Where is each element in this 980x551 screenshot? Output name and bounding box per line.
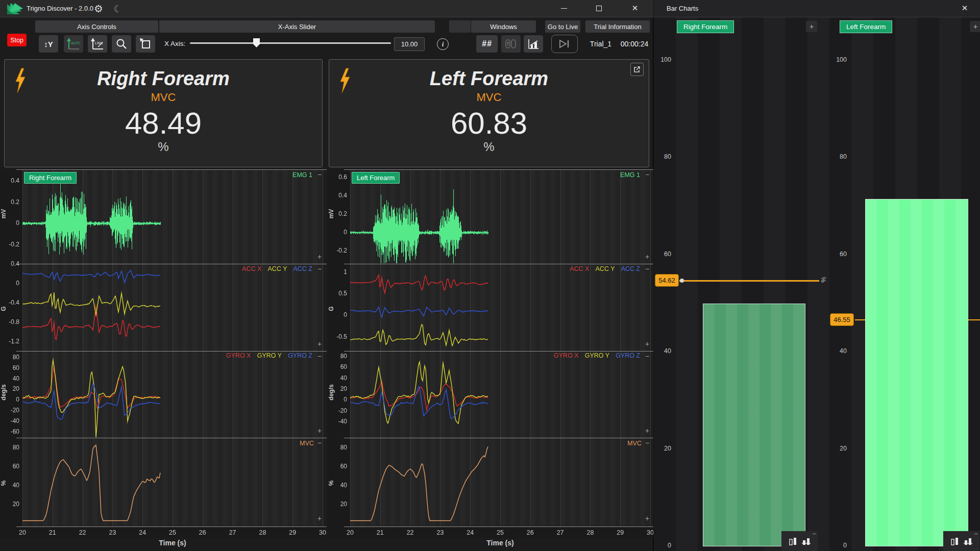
y-axis-unit: deg/s: [0, 384, 7, 400]
hash-icon: ##: [482, 39, 492, 48]
region-select-icon: [139, 38, 152, 50]
collapse-row-button[interactable]: −: [644, 266, 651, 273]
bar-chart-icon: [527, 38, 540, 49]
x-axis-slider-track[interactable]: [190, 42, 391, 44]
y-axis-unit: %: [0, 481, 7, 486]
bar-axis-tick: 20: [831, 445, 847, 452]
bar-axis-tick: 100: [831, 56, 847, 63]
trial-name: Trial_1: [585, 40, 617, 48]
magnifier-icon: [116, 38, 127, 49]
region-select-button[interactable]: [136, 35, 155, 53]
mvc-panel-title: Left Forearm: [329, 68, 649, 90]
mvc-metric-label: MVC: [329, 91, 649, 104]
dark-mode-moon-icon[interactable]: ☾: [110, 2, 126, 16]
collapse-row-button[interactable]: −: [316, 440, 323, 447]
skip-to-end-icon: [558, 39, 571, 48]
maximize-button[interactable]: [587, 0, 610, 16]
add-chart-button[interactable]: +: [970, 21, 980, 32]
legend-acc: ACC XACC YACC Z: [537, 265, 640, 272]
mvc-panel-title: Right Forearm: [5, 68, 322, 90]
collapse-row-button[interactable]: −: [316, 266, 323, 273]
tab-trial-information[interactable]: Trial Information: [585, 20, 650, 33]
bar-axis-tick: 60: [831, 251, 847, 258]
collapse-row-button[interactable]: −: [316, 171, 323, 179]
window-title: Trigno Discover - 2.0.0: [27, 5, 93, 12]
collapse-row-button[interactable]: −: [644, 171, 651, 179]
bar-charts-title-bar: Bar Charts ✕: [654, 0, 980, 17]
x-axis-value-field[interactable]: 10.00: [394, 37, 425, 51]
close-bar-charts-button[interactable]: ✕: [959, 4, 971, 14]
popout-button[interactable]: [630, 63, 644, 76]
mvc-panel-right-forearm: Right Forearm MVC 48.49 %: [4, 59, 323, 167]
collapse-row-button[interactable]: −: [316, 353, 323, 360]
muscle-map-button[interactable]: [501, 35, 521, 53]
link-axes-icon: LINK: [91, 38, 104, 50]
expand-row-button[interactable]: +: [316, 341, 323, 348]
tab-windows[interactable]: Windows: [471, 20, 536, 33]
legend-acc: ACC XACC YACC Z: [209, 265, 312, 272]
y-axis-unit: mV: [0, 209, 7, 219]
trigno-discover-window: Trigno Discover - 2.0.0 ⚙ ☾ ✕ Axis Contr…: [0, 0, 653, 551]
tab-go-to-live[interactable]: Go to Live: [545, 20, 580, 33]
legend-mvc: MVC: [583, 440, 642, 447]
expand-row-button[interactable]: +: [316, 428, 323, 435]
threshold-value-badge[interactable]: 46.55: [830, 313, 854, 326]
bar-left-forearm: [865, 199, 968, 546]
y-axis-unit: %: [328, 481, 335, 486]
filled-bar-chart-button[interactable]: [963, 537, 973, 545]
collapse-row-button[interactable]: −: [644, 440, 651, 447]
bar-charts-window: Bar Charts ✕ Right Forearm + 10080604020…: [654, 0, 980, 551]
mvc-panel-left-forearm: Left Forearm MVC 60.83 %: [329, 59, 649, 167]
expand-row-button[interactable]: +: [316, 254, 323, 261]
x-axis-title: Time (s): [350, 539, 650, 547]
y-scale-button[interactable]: ↕Y: [39, 35, 58, 53]
lightning-bolt-icon: [13, 68, 28, 93]
tab-x-axis-slider[interactable]: X-Axis Slider: [159, 20, 435, 33]
tab-axis-controls[interactable]: Axis Controls: [35, 20, 158, 33]
expand-row-button[interactable]: +: [316, 515, 323, 522]
sensor-badge: Right Forearm: [24, 172, 77, 184]
y-scale-icon: ↕Y: [44, 40, 53, 48]
title-bar: Trigno Discover - 2.0.0 ⚙ ☾ ✕: [0, 0, 653, 17]
mvc-value: 48.49: [5, 108, 322, 139]
outline-bar-chart-button[interactable]: [950, 537, 959, 545]
toggle-values-button[interactable]: ##: [476, 35, 498, 53]
expand-row-button[interactable]: +: [644, 341, 651, 348]
expand-row-button[interactable]: +: [644, 254, 651, 261]
bar-charts-window-title: Bar Charts: [667, 5, 698, 12]
skip-to-end-button[interactable]: [551, 35, 578, 53]
collapse-row-button[interactable]: −: [644, 353, 651, 360]
bar-chart-badge: Left Forearm: [840, 20, 892, 33]
stop-button[interactable]: Stop: [7, 34, 27, 46]
expand-row-button[interactable]: +: [644, 428, 651, 435]
link-axes-button[interactable]: LINK: [88, 35, 107, 53]
expand-row-button[interactable]: +: [644, 515, 651, 522]
y-axis-unit: mV: [328, 209, 335, 219]
x-axis-title: Time (s): [22, 539, 323, 547]
mvc-value: 60.83: [329, 108, 649, 139]
settings-gear-icon[interactable]: ⚙: [91, 2, 106, 16]
x-axis-slider-thumb[interactable]: [253, 38, 260, 47]
minimize-button[interactable]: [553, 0, 575, 16]
collapse-chart-button[interactable]: −: [974, 530, 978, 538]
y-axis-unit: G: [328, 306, 335, 311]
app-root: Trigno Discover - 2.0.0 ⚙ ☾ ✕ Axis Contr…: [0, 0, 980, 551]
zoom-button[interactable]: [112, 35, 131, 53]
bar-axis-tick: 80: [831, 153, 847, 160]
bar-axis-tick: 40: [831, 347, 847, 355]
legend-gyro: GYRO XGYRO YGYRO Z: [204, 352, 312, 359]
info-button[interactable]: i: [437, 38, 449, 50]
bar-chart-left-forearm: Left Forearm + 100806040200 46.55 −: [654, 17, 980, 551]
y-axis-unit: G: [0, 306, 7, 311]
auto-scale-icon: AUTO: [67, 38, 80, 50]
y-axis-unit: deg/s: [328, 384, 335, 400]
x-axis-label: X Axis:: [164, 40, 185, 47]
maximize-icon: [596, 6, 602, 11]
auto-scale-button[interactable]: AUTO: [64, 35, 83, 53]
tab-spacer[interactable]: [449, 20, 471, 33]
bar-charts-button[interactable]: [524, 35, 543, 53]
bar-axis-tick: 0: [831, 542, 847, 549]
close-button[interactable]: ✕: [624, 0, 646, 16]
bar-axis-ticks: 100806040200: [831, 0, 847, 551]
mvc-metric-label: MVC: [5, 91, 322, 104]
